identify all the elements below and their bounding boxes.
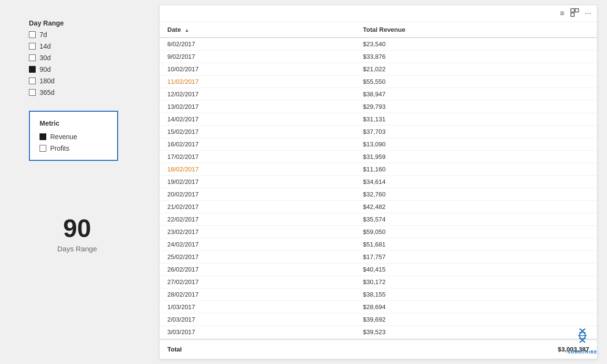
metric-swatch (40, 133, 46, 140)
subscribe-text: SUBSCRIBE (567, 350, 597, 354)
checkbox-box (29, 54, 36, 61)
table-cell-date: 2/03/2017 (160, 313, 355, 326)
svg-rect-1 (575, 9, 579, 12)
table-cell-date: 18/02/2017 (160, 163, 355, 176)
table-cell-revenue: $31,131 (355, 113, 597, 126)
table-row: 11/02/2017$55,550 (160, 76, 597, 88)
table-row: 22/02/2017$35,574 (160, 213, 597, 226)
table-cell-date: 8/02/2017 (160, 38, 355, 51)
table-cell-revenue: $17,757 (355, 251, 597, 263)
table-cell-revenue: $38,947 (355, 88, 597, 101)
table-cell-date: 21/02/2017 (160, 201, 355, 213)
revenue-column-header[interactable]: Total Revenue (355, 22, 597, 38)
table-cell-date: 27/02/2017 (160, 276, 355, 288)
table-cell-revenue: $11,160 (355, 163, 597, 176)
metric-item[interactable]: Profits (40, 144, 108, 152)
table-topbar: ≡ ··· (160, 5, 597, 22)
table-row: 20/02/2017$32,760 (160, 188, 597, 201)
table-cell-revenue: $32,760 (355, 188, 597, 201)
metric-swatch (40, 145, 46, 152)
table-cell-revenue: $38,155 (355, 288, 597, 301)
table-cell-date: 19/02/2017 (160, 176, 355, 188)
footer-total-label: Total (167, 343, 558, 356)
table-row: 18/02/2017$11,160 (160, 163, 597, 176)
day-range-option-label: 7d (40, 31, 47, 39)
table-cell-date: 1/03/2017 (160, 301, 355, 313)
table-scroll-area[interactable]: Date ▲ Total Revenue 8/02/2017$23,5409/0… (160, 22, 597, 339)
metric-box: Metric RevenueProfits (29, 111, 118, 161)
table-row: 27/02/2017$30,172 (160, 276, 597, 288)
table-row: 9/02/2017$33,876 (160, 51, 597, 63)
table-cell-revenue: $28,694 (355, 301, 597, 313)
table-cell-date: 24/02/2017 (160, 238, 355, 251)
table-cell-date: 3/03/2017 (160, 326, 355, 338)
table-cell-date: 13/02/2017 (160, 101, 355, 113)
svg-rect-0 (571, 9, 574, 12)
table-cell-date: 9/02/2017 (160, 51, 355, 63)
dna-icon (574, 327, 591, 348)
day-range-option[interactable]: 14d (29, 42, 125, 50)
checkbox-box (29, 89, 36, 96)
table-cell-date: 14/02/2017 (160, 113, 355, 126)
metric-items: RevenueProfits (40, 133, 108, 152)
table-cell-date: 20/02/2017 (160, 188, 355, 201)
more-options-icon[interactable]: ··· (585, 9, 591, 18)
day-range-option-label: 365d (40, 89, 54, 96)
day-range-option[interactable]: 7d (29, 31, 125, 39)
table-cell-revenue: $23,540 (355, 38, 597, 51)
table-row: 19/02/2017$34,614 (160, 176, 597, 188)
table-row: 3/03/2017$39,523 (160, 326, 597, 338)
table-cell-date: 4/03/2017 (160, 338, 355, 339)
date-column-header[interactable]: Date ▲ (160, 22, 355, 38)
table-cell-revenue: $34,614 (355, 176, 597, 188)
table-row: 26/02/2017$40,415 (160, 263, 597, 276)
table-cell-revenue: $51,681 (355, 238, 597, 251)
left-panel: Day Range 7d14d30d90d180d365d Metric Rev… (0, 0, 154, 364)
table-cell-date: 25/02/2017 (160, 251, 355, 263)
table-row: 4/03/2017$24,152 (160, 338, 597, 339)
day-range-option-label: 180d (40, 77, 54, 85)
table-row: 16/02/2017$13,090 (160, 138, 597, 151)
day-range-option[interactable]: 180d (29, 77, 125, 85)
data-table: Date ▲ Total Revenue 8/02/2017$23,5409/0… (160, 22, 597, 339)
table-cell-date: 10/02/2017 (160, 63, 355, 76)
table-cell-date: 26/02/2017 (160, 263, 355, 276)
sort-arrow-icon: ▲ (185, 27, 189, 33)
days-range-label: Days Range (57, 245, 97, 253)
table-cell-revenue: $33,876 (355, 51, 597, 63)
table-row: 23/02/2017$59,050 (160, 226, 597, 238)
checkbox-box (29, 43, 36, 50)
hamburger-icon[interactable]: ≡ (560, 9, 564, 18)
day-range-list: 7d14d30d90d180d365d (29, 31, 125, 96)
day-range-option-label: 90d (40, 65, 51, 73)
table-cell-date: 17/02/2017 (160, 151, 355, 163)
table-row: 25/02/2017$17,757 (160, 251, 597, 263)
day-range-option[interactable]: 365d (29, 89, 125, 96)
day-range-option-label: 30d (40, 54, 51, 62)
table-cell-revenue: $31,959 (355, 151, 597, 163)
table-row: 15/02/2017$37,703 (160, 126, 597, 138)
table-cell-revenue: $37,703 (355, 126, 597, 138)
table-cell-date: 28/02/2017 (160, 288, 355, 301)
svg-rect-2 (571, 13, 574, 16)
table-cell-revenue: $24,152 (355, 338, 597, 339)
right-panel: ≡ ··· Date ▲ (154, 0, 607, 364)
table-cell-revenue: $35,574 (355, 213, 597, 226)
table-row: 1/03/2017$28,694 (160, 301, 597, 313)
metric-item-label: Profits (50, 144, 69, 152)
day-range-option[interactable]: 90d (29, 65, 125, 73)
expand-icon[interactable] (570, 8, 579, 19)
table-row: 28/02/2017$38,155 (160, 288, 597, 301)
subscribe-watermark: SUBSCRIBE (567, 327, 597, 354)
metric-item-label: Revenue (50, 133, 77, 141)
day-range-option-label: 14d (40, 42, 51, 50)
table-cell-date: 15/02/2017 (160, 126, 355, 138)
days-range-number: 90 (63, 214, 91, 243)
table-cell-revenue: $13,090 (355, 138, 597, 151)
metric-item[interactable]: Revenue (40, 133, 108, 141)
page-container: Day Range 7d14d30d90d180d365d Metric Rev… (0, 0, 607, 364)
table-cell-revenue: $40,415 (355, 263, 597, 276)
table-cell-revenue: $55,550 (355, 76, 597, 88)
day-range-option[interactable]: 30d (29, 54, 125, 62)
table-row: 13/02/2017$29,793 (160, 101, 597, 113)
